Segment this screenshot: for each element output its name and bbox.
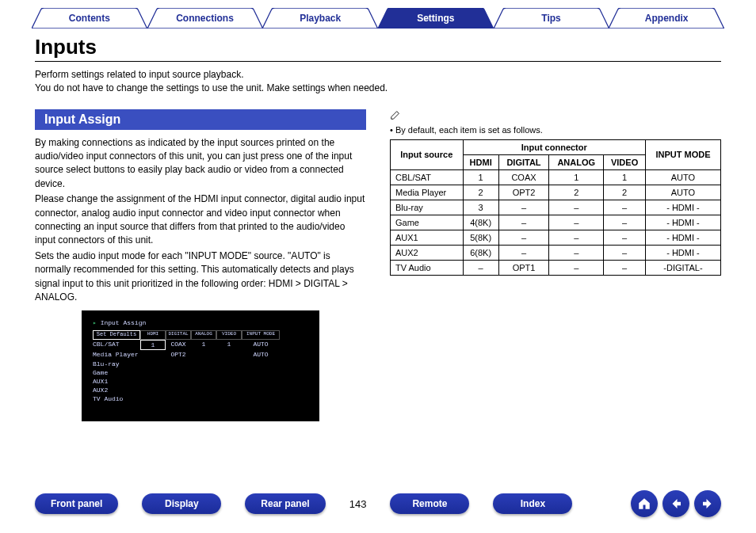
top-nav: Contents Connections Playback Settings T… — [0, 0, 756, 29]
osd-head-video: VIDEO — [216, 330, 242, 340]
osd-head-digital: DIGITAL — [166, 330, 191, 340]
prev-button[interactable] — [662, 490, 689, 517]
tab-label: Appendix — [645, 13, 689, 24]
osd-row: CBL/SAT1COAX11AUTO — [93, 340, 308, 350]
osd-row: Game — [93, 368, 308, 377]
section-heading: Input Assign — [35, 109, 366, 130]
osd-set-defaults: Set Defaults — [93, 330, 140, 340]
table-row: AUX15(8K)–––- HDMI - — [391, 230, 721, 245]
tab-label: Tips — [541, 13, 560, 24]
table-row: Game4(8K)–––- HDMI - — [391, 215, 721, 230]
osd-row: Media PlayerOPT2AUTO — [93, 350, 308, 359]
home-icon — [637, 497, 651, 511]
th-video: VIDEO — [604, 154, 646, 169]
osd-head-mode: INPUT MODE — [242, 330, 280, 340]
tab-tips[interactable]: Tips — [494, 8, 609, 29]
pencil-icon — [390, 109, 401, 120]
remote-button[interactable]: Remote — [390, 493, 469, 514]
tab-label: Connections — [176, 13, 234, 24]
th-hdmi: HDMI — [463, 154, 498, 169]
osd-row: TV Audio — [93, 394, 308, 403]
intro-line2: You do not have to change the settings t… — [35, 82, 721, 95]
osd-row: AUX1 — [93, 377, 308, 386]
th-analog: ANALOG — [549, 154, 604, 169]
page-number: 143 — [349, 498, 367, 510]
osd-screenshot: Input Assign Set Defaults HDMI DIGITAL A… — [82, 310, 319, 421]
table-row: AUX26(8K)–––- HDMI - — [391, 245, 721, 260]
right-column: By default, each item is set as follows.… — [390, 109, 721, 422]
tab-label: Settings — [417, 13, 454, 24]
next-button[interactable] — [694, 490, 721, 517]
tab-contents[interactable]: Contents — [32, 8, 147, 29]
table-row: TV Audio–OPT1––-DIGITAL- — [391, 260, 721, 275]
bottom-nav: Front panel Display Rear panel 143 Remot… — [0, 490, 756, 517]
th-digital: DIGITAL — [498, 154, 549, 169]
arrow-left-icon — [669, 497, 683, 511]
tab-playback[interactable]: Playback — [262, 8, 378, 29]
tab-settings[interactable]: Settings — [378, 8, 494, 29]
front-panel-button[interactable]: Front panel — [35, 493, 118, 514]
osd-row: AUX2 — [93, 386, 308, 394]
th-input-connector: Input connector — [463, 139, 645, 154]
tab-appendix[interactable]: Appendix — [609, 8, 724, 29]
home-button[interactable] — [631, 490, 658, 517]
body-para-2: Please change the assignment of the HDMI… — [35, 192, 366, 248]
index-button[interactable]: Index — [493, 493, 572, 514]
th-input-source: Input source — [391, 139, 464, 169]
body-para-1: By making connections as indicated by th… — [35, 136, 366, 192]
display-button[interactable]: Display — [142, 493, 221, 514]
osd-head-analog: ANALOG — [191, 330, 216, 340]
tab-label: Contents — [69, 13, 110, 24]
note-text: By default, each item is set as follows. — [390, 125, 721, 135]
tab-connections[interactable]: Connections — [147, 8, 263, 29]
table-row: Media Player2OPT222AUTO — [391, 185, 721, 200]
th-input-mode: INPUT MODE — [645, 139, 720, 169]
osd-row: Blu-ray — [93, 360, 308, 368]
osd-head-hdmi: HDMI — [140, 330, 166, 340]
table-row: Blu-ray3–––- HDMI - — [391, 200, 721, 215]
intro-text: Perform settings related to input source… — [35, 68, 721, 95]
page-title: Inputs — [35, 35, 721, 62]
table-row: CBL/SAT1COAX11AUTO — [391, 169, 721, 185]
left-column: Input Assign By making connections as in… — [35, 109, 366, 422]
rear-panel-button[interactable]: Rear panel — [245, 493, 325, 514]
intro-line1: Perform settings related to input source… — [35, 68, 721, 82]
body-para-3: Sets the audio input mode for each "INPU… — [35, 249, 366, 305]
osd-title: Input Assign — [93, 318, 308, 327]
arrow-right-icon — [701, 497, 715, 511]
tab-label: Playback — [300, 13, 341, 24]
assign-table: Input source Input connector INPUT MODE … — [390, 139, 721, 276]
